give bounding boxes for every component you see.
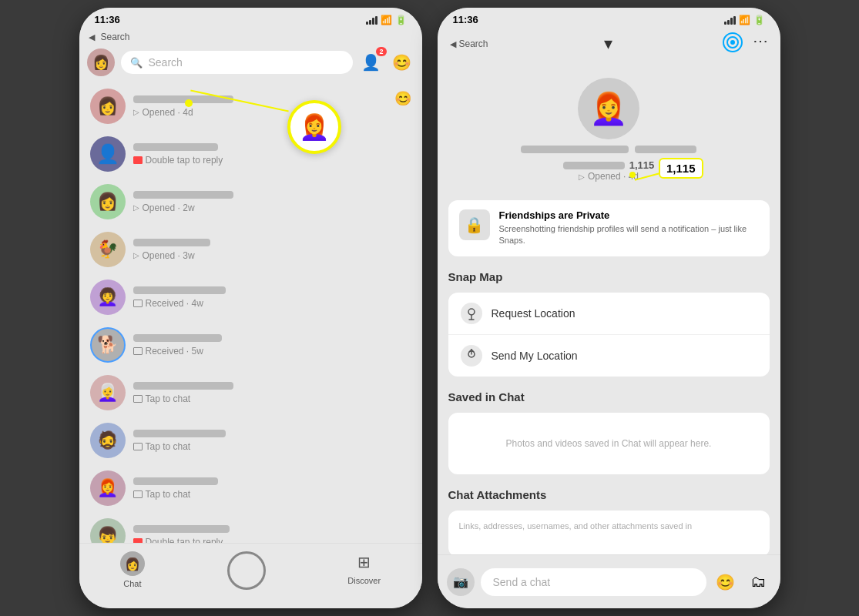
emoji-icon: 😊	[716, 573, 735, 591]
snap-box-icon	[133, 395, 143, 403]
home-button[interactable]	[227, 551, 266, 590]
tab-bar: 👩 Chat ⊞ Discover	[79, 543, 422, 608]
chat-info: ▷ Opened · 3w	[133, 239, 411, 261]
saved-in-chat-title: Saved in Chat	[438, 383, 780, 407]
profile-names	[521, 146, 696, 156]
chat-name-blur	[133, 239, 210, 246]
status-text: Received · 4w	[146, 298, 203, 309]
chat-name-blur	[133, 430, 226, 437]
signal-bar-1	[366, 22, 368, 25]
svg-point-3	[468, 309, 475, 315]
chat-item[interactable]: 👩‍🦱 Received · 4w	[79, 273, 422, 321]
snap-map-section: Request Location Send My Location	[448, 293, 770, 377]
search-placeholder: Search	[149, 56, 183, 69]
emoji-reaction: 😊	[394, 90, 411, 107]
wifi-icon-right: 📶	[739, 15, 750, 25]
chat-info: Received · 5w	[133, 334, 411, 357]
snap-box-icon	[133, 443, 143, 450]
nav-right-actions: ⋯	[722, 32, 768, 56]
profile-section: 👩‍🦰 1,115 ▷ Opened · 4d	[438, 62, 780, 194]
left-phone: 11:36 📶 🔋 ◀ Search 👩 🔍 Search 👤 2	[79, 8, 422, 608]
signal-bar-3	[730, 18, 733, 25]
chat-status: Tap to chat	[133, 393, 411, 404]
search-row: 👩 🔍 Search 👤 2 😊	[79, 49, 422, 82]
status-text: Opened · 4d	[143, 107, 193, 118]
chat-item[interactable]: 👩‍🦰 Tap to chat	[79, 464, 422, 512]
tab-home[interactable]	[227, 551, 266, 590]
chat-name-blur	[133, 191, 233, 199]
friend-badge: 2	[376, 47, 386, 56]
chat-item[interactable]: 🐓 ▷ Opened · 3w	[79, 226, 422, 273]
annotation-dot-left	[185, 99, 193, 107]
snap-arrow-icon: ▷	[579, 172, 585, 181]
avatar: 👤	[90, 136, 126, 172]
avatar: 👩‍🦰	[90, 470, 126, 506]
avatar-ringed: 🐕	[90, 327, 126, 363]
snap-map-title: Snap Map	[438, 263, 780, 286]
chat-item[interactable]: 👩 ▷ Opened · 2w	[79, 178, 422, 226]
status-icons-right: 📶 🔋	[724, 15, 765, 25]
status-text: Tap to chat	[146, 393, 191, 404]
more-options-button[interactable]: ⋯	[753, 32, 768, 56]
chat-name-blur	[133, 525, 230, 533]
chat-input-bar: 📷 Send a chat 😊 🗂	[438, 554, 780, 608]
right-phone: 11:36 📶 🔋 ◀ Search ▾	[438, 8, 780, 608]
search-bar[interactable]: 🔍 Search	[121, 51, 353, 74]
chat-info: Double tap to reply	[133, 143, 411, 166]
time-right: 11:36	[453, 14, 478, 25]
status-bar-left: 11:36 📶 🔋	[79, 8, 422, 28]
chat-status: Received · 4w	[133, 298, 411, 309]
tab-chat-label: Chat	[123, 579, 141, 588]
chat-info: Received · 4w	[133, 286, 411, 309]
avatar: 🐓	[90, 232, 126, 267]
bitmoji-icon: 😊	[392, 53, 411, 72]
send-location-row[interactable]: Send My Location	[448, 335, 770, 377]
info-card-icon: 🔒	[459, 209, 490, 240]
highlighted-bitmoji[interactable]: 👩‍🦰	[287, 100, 341, 154]
avatar: 👩	[90, 89, 126, 124]
chat-item[interactable]: 🐕 Received · 5w	[79, 321, 422, 369]
sticker-button[interactable]: 🗂	[745, 569, 771, 595]
status-text: Opened · 3w	[143, 250, 195, 261]
camera-button[interactable]: 📷	[447, 568, 475, 596]
request-location-row[interactable]: Request Location	[448, 293, 770, 335]
snap-score-icon[interactable]	[722, 32, 743, 56]
chat-info: Tap to chat	[133, 430, 411, 452]
back-section[interactable]: ◀ Search	[450, 38, 488, 49]
chat-input-field[interactable]: Send a chat	[481, 568, 706, 596]
status-bar-right: 11:36 📶 🔋	[438, 8, 780, 28]
bitmoji-button[interactable]: 😊	[390, 50, 414, 75]
saved-empty-message: Photos and videos saved in Chat will app…	[506, 438, 712, 449]
chat-status: Tap to chat	[133, 489, 411, 500]
tab-discover[interactable]: ⊞ Discover	[347, 551, 381, 585]
target-icon-svg	[722, 32, 743, 53]
user-avatar-small[interactable]: 👩	[87, 49, 115, 76]
score-row: 1,115	[563, 159, 655, 171]
svg-point-2	[730, 40, 735, 45]
chat-item[interactable]: 👤 Double tap to reply	[79, 130, 422, 178]
snap-box-icon	[133, 490, 143, 498]
profile-avatar: 👩‍🦰	[578, 78, 639, 139]
down-chevron-button[interactable]: ▾	[604, 34, 612, 54]
location-send-icon	[465, 349, 478, 363]
chat-status: Received · 5w	[133, 346, 411, 357]
info-card-text: Friendships are Private Screenshotting f…	[499, 209, 759, 247]
avatar: 🧔	[90, 423, 126, 458]
wifi-icon: 📶	[381, 15, 392, 25]
chat-name-blur	[133, 382, 233, 390]
chat-item[interactable]: 🧔 Tap to chat	[79, 417, 422, 464]
tab-chat[interactable]: 👩 Chat	[120, 551, 145, 588]
time-left: 11:36	[95, 14, 120, 25]
chat-name-blur	[133, 477, 218, 485]
add-friend-button[interactable]: 👤 2	[359, 50, 384, 75]
username-blur	[563, 162, 625, 169]
chat-status: ▷ Opened · 2w	[133, 203, 411, 213]
chat-item[interactable]: 👩‍🦳 Tap to chat	[79, 369, 422, 417]
status-text: Received · 5w	[146, 346, 203, 357]
chat-status: Tap to chat	[133, 441, 411, 452]
first-name-blur	[521, 146, 629, 153]
chat-item[interactable]: 👩 ▷ Opened · 4d 😊	[79, 82, 422, 130]
emoji-button[interactable]: 😊	[713, 569, 739, 595]
nav-bar-left: ◀ Search	[79, 28, 422, 49]
info-card-description: Screenshotting friendship profiles will …	[499, 223, 759, 247]
